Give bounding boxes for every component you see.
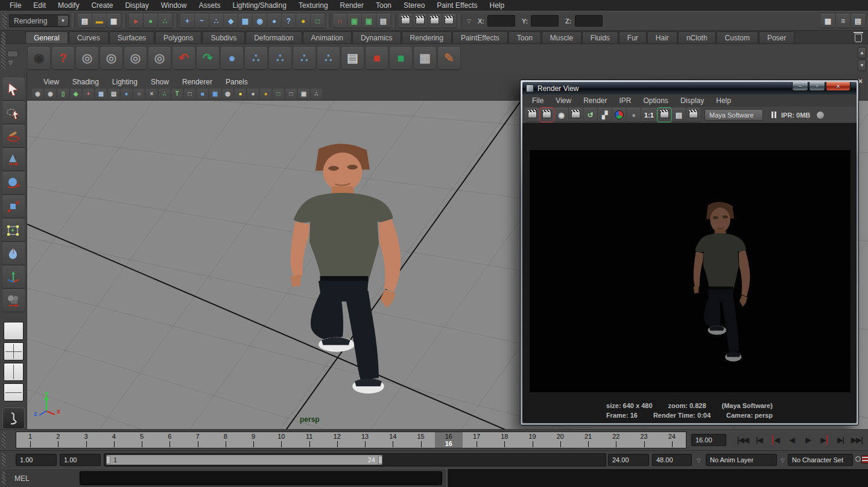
shelf-grip[interactable] — [1, 32, 5, 69]
delete-history-icon[interactable]: ● — [221, 47, 243, 69]
renderer-selector[interactable]: Maya Software — [705, 109, 763, 121]
shelf-tab-hair[interactable]: Hair — [647, 31, 677, 43]
shelf-tab-deformation[interactable]: Deformation — [246, 31, 302, 43]
graph-node-icon[interactable]: ∴ — [245, 47, 267, 69]
single-pane-layout-button[interactable] — [4, 322, 24, 340]
shelf-menu-arrow-icon[interactable]: ▽ — [8, 60, 13, 66]
z-coordinate-input[interactable] — [575, 15, 603, 27]
timeline-frame-18[interactable]: 18 — [490, 432, 518, 448]
use-all-lights-icon[interactable]: ◍ — [222, 89, 233, 99]
tool-settings-icon[interactable]: ≡ — [836, 14, 850, 28]
timeline-frame-8[interactable]: 8 — [212, 432, 239, 448]
menu-set-selector[interactable]: Rendering ▼ — [9, 14, 69, 27]
character-set-dropdown-icon[interactable]: ▽ — [781, 457, 785, 463]
timeline-frame-5[interactable]: 5 — [128, 432, 156, 448]
rotate-tool[interactable] — [2, 172, 25, 194]
resolution-gate-icon[interactable]: ● — [121, 89, 132, 99]
input-connections-icon[interactable]: ▣ — [347, 14, 361, 28]
snap-lattice-icon[interactable]: ▦ — [238, 14, 252, 28]
mel-command-input[interactable] — [80, 471, 442, 485]
show-manipulator-tool[interactable] — [2, 266, 25, 288]
render-view-menu-render[interactable]: Render — [577, 96, 613, 105]
timeline-frame-14[interactable]: 14 — [379, 432, 407, 448]
render-current-frame-icon[interactable] — [413, 14, 427, 28]
scale-tool[interactable] — [2, 195, 25, 218]
dragon-tool-icon[interactable] — [2, 407, 25, 429]
timeline-frame-10[interactable]: 10 — [267, 432, 295, 448]
snap-curve-icon[interactable]: ~ — [195, 14, 209, 28]
attribute-editor-icon[interactable]: ▤ — [851, 14, 865, 28]
image-plane-icon[interactable]: ◆ — [70, 89, 81, 99]
go-to-start-button[interactable]: |◀◀ — [735, 433, 751, 447]
menu-create[interactable]: Create — [85, 0, 119, 11]
animation-start-field[interactable]: 1.00 — [16, 454, 57, 466]
panel-menu-lighting[interactable]: Lighting — [106, 78, 144, 86]
alpha-channel-icon[interactable]: ● — [627, 108, 641, 122]
camera-roll-icon[interactable]: ◎ — [100, 47, 122, 69]
channel-box-icon[interactable]: ▦ — [821, 14, 835, 28]
select-shape-icon[interactable]: ■ — [390, 47, 412, 69]
playback-start-field[interactable]: 1.00 — [60, 454, 101, 466]
shelf-tab-custom[interactable]: Custom — [717, 31, 758, 43]
anim-layer-dropdown-icon[interactable]: ▽ — [697, 457, 701, 463]
timeline-frame-2[interactable]: 2 — [44, 432, 72, 448]
share-view-icon[interactable]: ∴ — [311, 89, 322, 99]
time-slider-grip[interactable] — [2, 432, 5, 448]
render-settings-icon[interactable] — [442, 14, 456, 28]
group-divider[interactable] — [72, 13, 75, 28]
timeline-frame-15[interactable]: 15 — [407, 432, 435, 448]
menu-texturing[interactable]: Texturing — [293, 0, 334, 11]
timeline-frame-12[interactable]: 12 — [323, 432, 351, 448]
hypergraph-window-icon[interactable]: ▤ — [341, 47, 364, 69]
shelf-tab-toon[interactable]: Toon — [508, 31, 541, 43]
collapse-arrow-icon[interactable]: ▽ — [467, 18, 471, 24]
help-line-icon[interactable]: ? — [52, 47, 74, 69]
safe-action-icon[interactable]: ∴ — [159, 89, 170, 99]
shelf-tab-dynamics[interactable]: Dynamics — [352, 31, 401, 43]
menu-help[interactable]: Help — [484, 0, 511, 11]
step-back-key-button[interactable]: ◀ — [767, 433, 784, 447]
snap-sphere-icon[interactable]: ● — [267, 14, 281, 28]
range-slider-grip[interactable] — [2, 453, 5, 467]
timeline-frame-22[interactable]: 22 — [602, 432, 630, 448]
persp-graph-layout-button[interactable] — [4, 383, 24, 401]
panel-menu-panels[interactable]: Panels — [219, 78, 255, 86]
render-view-canvas[interactable]: size: 640 x 480zoom: 0.828(Maya Software… — [522, 123, 857, 423]
time-slider[interactable]: 1234567891011121314151616171819202122232… — [16, 432, 686, 448]
menu-render[interactable]: Render — [334, 0, 370, 11]
snap-help-icon[interactable]: ? — [282, 14, 296, 28]
open-scene-icon[interactable]: ▬ — [92, 14, 106, 28]
render-view-menu-file[interactable]: File — [526, 96, 550, 105]
x-coordinate-input[interactable] — [487, 15, 515, 27]
shelf-scroll-down[interactable]: ▼ — [858, 60, 866, 71]
lock-selection-icon[interactable]: ● — [296, 14, 310, 28]
group-divider[interactable] — [393, 13, 396, 28]
remove-image-icon[interactable]: ▤ — [672, 108, 686, 122]
shelf-tab-muscle[interactable]: Muscle — [542, 31, 581, 43]
panel-menu-renderer[interactable]: Renderer — [176, 78, 219, 86]
snap-particles-icon[interactable]: ◉ — [253, 14, 267, 28]
shelf-tab-fluids[interactable]: Fluids — [582, 31, 618, 43]
timeline-frame-21[interactable]: 21 — [574, 432, 602, 448]
new-scene-icon[interactable]: ▤ — [78, 14, 92, 28]
select-lattice-icon[interactable]: ▦ — [414, 47, 436, 69]
snap-point-icon[interactable]: ∴ — [209, 14, 223, 28]
timeline-frame-6[interactable]: 6 — [156, 432, 183, 448]
camera-orbit-icon[interactable]: ◎ — [76, 47, 98, 69]
menu-window[interactable]: Window — [155, 0, 193, 11]
output-connections-icon[interactable]: ▣ — [362, 14, 376, 28]
timeline-frame-13[interactable]: 13 — [351, 432, 379, 448]
pane-camera-icon[interactable]: ◉ — [32, 89, 43, 99]
four-pane-layout-button[interactable] — [4, 342, 24, 360]
menu-display[interactable]: Display — [119, 0, 154, 11]
smooth-shade-icon[interactable]: ■ — [197, 89, 208, 99]
trash-icon[interactable] — [855, 34, 862, 42]
isolate-select-icon[interactable]: □ — [273, 89, 284, 99]
range-end-handle[interactable] — [378, 456, 382, 464]
graph-nodes-icon[interactable]: ∴ — [269, 47, 291, 69]
persp-outliner-layout-button[interactable] — [4, 363, 24, 381]
last-tool-used[interactable] — [2, 289, 25, 312]
gate-mask-icon[interactable]: ○ — [133, 89, 145, 99]
maximize-button[interactable]: ▫ — [809, 82, 825, 91]
anim-layer-selector[interactable]: No Anim Layer — [706, 454, 777, 466]
